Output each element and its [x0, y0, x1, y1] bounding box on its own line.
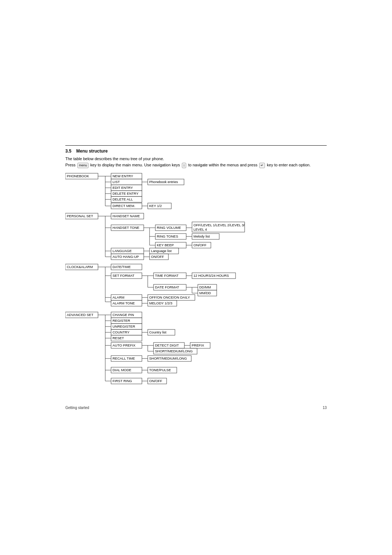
svg-text:ON/OFF: ON/OFF — [193, 243, 207, 247]
svg-text:ALARM TONE: ALARM TONE — [113, 301, 135, 305]
svg-text:REGISTER: REGISTER — [113, 319, 130, 323]
svg-text:MM/DD: MM/DD — [199, 291, 211, 295]
svg-text:UNREGISTER: UNREGISTER — [113, 324, 135, 328]
nav-icon: ↕ — [182, 163, 187, 169]
svg-text:TIME FORMAT: TIME FORMAT — [155, 274, 179, 278]
svg-text:RING VOLUME: RING VOLUME — [157, 226, 181, 230]
svg-text:OFF/LEVEL 1/LEVEL 2/LEVEL 3/: OFF/LEVEL 1/LEVEL 2/LEVEL 3/ — [193, 223, 245, 227]
svg-text:CHANGE PIN: CHANGE PIN — [113, 313, 134, 317]
footer: Getting started 13 — [65, 406, 327, 410]
svg-text:SHORT/MEDIUM/LONG: SHORT/MEDIUM/LONG — [155, 349, 193, 353]
svg-text:DELETE ALL: DELETE ALL — [113, 197, 133, 201]
intro1: The table below describes the menu tree … — [65, 157, 164, 161]
svg-text:RING TONES: RING TONES — [157, 234, 178, 238]
section-number: 3.5 — [65, 149, 72, 154]
svg-text:HANDSET TONE: HANDSET TONE — [113, 226, 139, 230]
svg-text:KEY BEEP: KEY BEEP — [157, 243, 174, 247]
svg-text:DD/MM: DD/MM — [199, 285, 211, 289]
svg-text:CLOCK&ALARM: CLOCK&ALARM — [67, 265, 93, 269]
svg-text:LEVEL 4: LEVEL 4 — [193, 227, 207, 231]
page: 3.5 Menu structure The table below descr… — [58, 131, 334, 424]
svg-text:Phonebook entries: Phonebook entries — [149, 180, 178, 184]
svg-text:MELODY 1/2/3: MELODY 1/2/3 — [149, 301, 172, 305]
svg-text:12 HOURS/24 HOURS: 12 HOURS/24 HOURS — [193, 274, 229, 278]
svg-text:DATE FORMAT: DATE FORMAT — [155, 285, 179, 289]
svg-text:SHORT/MEDIUM/LONG: SHORT/MEDIUM/LONG — [149, 356, 187, 360]
svg-text:PHONEBOOK: PHONEBOOK — [67, 174, 89, 178]
intro-text: The table below describes the menu tree … — [65, 156, 327, 168]
footer-left: Getting started — [65, 406, 89, 410]
intro5: key to enter each option. — [267, 163, 310, 167]
svg-text:EDIT ENTRY: EDIT ENTRY — [113, 186, 133, 190]
svg-text:ADVANCED SET: ADVANCED SET — [67, 313, 93, 317]
svg-text:PREFIX: PREFIX — [192, 343, 204, 347]
section-title: Menu structure — [76, 149, 108, 154]
footer-right: 13 — [323, 406, 327, 410]
svg-text:Country list: Country list — [149, 330, 167, 334]
intro2: Press — [65, 163, 75, 167]
section-header: 3.5 Menu structure — [65, 145, 327, 154]
menu-icon: menu — [77, 163, 89, 169]
svg-text:ALARM: ALARM — [113, 295, 124, 299]
svg-text:RESET: RESET — [113, 336, 124, 340]
svg-text:SET FORMAT: SET FORMAT — [113, 274, 135, 278]
intro4: to navigate within the menus and press — [188, 163, 257, 167]
menu-tree: PHONEBOOK NEW ENTRY LIST Phonebook entri… — [65, 173, 327, 398]
enter-icon: ↵ — [259, 163, 265, 169]
svg-text:Melody list: Melody list — [193, 234, 210, 238]
svg-text:DIRECT MEM.: DIRECT MEM. — [113, 204, 135, 208]
svg-text:DETECT DIGIT: DETECT DIGIT — [155, 343, 179, 347]
svg-text:TONE/PULSE: TONE/PULSE — [149, 368, 171, 372]
svg-text:LIST: LIST — [113, 180, 120, 184]
svg-text:NEW ENTRY: NEW ENTRY — [113, 174, 133, 178]
svg-text:PERSONAL SET: PERSONAL SET — [67, 214, 93, 218]
svg-text:COUNTRY: COUNTRY — [113, 330, 130, 334]
svg-text:KEY 1/2: KEY 1/2 — [149, 204, 162, 208]
svg-text:RECALL TIME: RECALL TIME — [113, 356, 135, 360]
svg-text:HANDSET NAME: HANDSET NAME — [113, 214, 140, 218]
svg-text:ON/OFF: ON/OFF — [151, 255, 164, 259]
svg-text:AUTO PREFIX: AUTO PREFIX — [113, 343, 136, 347]
svg-text:LANGUAGE: LANGUAGE — [113, 249, 132, 253]
svg-text:AUTO HANG-UP: AUTO HANG-UP — [113, 255, 139, 259]
svg-text:DATE/TIME: DATE/TIME — [113, 265, 131, 269]
svg-text:DELETE ENTRY: DELETE ENTRY — [113, 191, 139, 195]
svg-text:DIAL MODE: DIAL MODE — [113, 368, 131, 372]
svg-text:Language list: Language list — [151, 249, 172, 253]
svg-text:OFF/ON ONCE/ON DAILY: OFF/ON ONCE/ON DAILY — [149, 295, 190, 299]
intro3: key to display the main menu. Use naviga… — [90, 163, 180, 167]
svg-text:ON/OFF: ON/OFF — [149, 379, 162, 383]
svg-text:FIRST RING: FIRST RING — [113, 379, 132, 383]
